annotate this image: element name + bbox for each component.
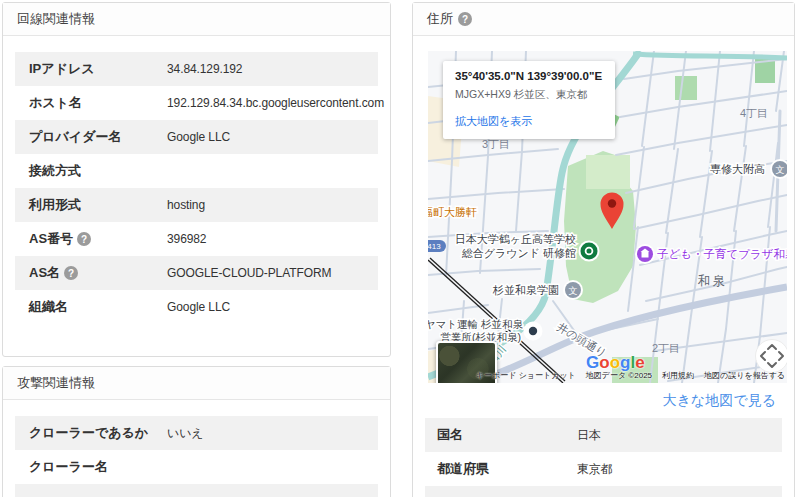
line-info-card-header: 回線関連情報 — [3, 3, 390, 36]
table-row: 接続方式 — [15, 154, 378, 188]
attack-info-card: 攻撃関連情報 クローラーであるか いいえ クローラー名 — [2, 366, 391, 497]
table-row-partial — [425, 486, 782, 497]
route-shield: 413 — [428, 240, 446, 252]
help-icon[interactable]: ? — [64, 266, 78, 280]
row-label: プロバイダー名 — [29, 128, 167, 146]
poi-label: 日本大学鶴ヶ丘高等学校 — [455, 233, 576, 245]
row-label: 利用形式 — [29, 196, 167, 214]
row-value: 日本 — [577, 427, 601, 444]
report-error-link[interactable]: 地図の誤りを報告する — [704, 370, 785, 381]
area-label: 和泉 — [697, 274, 727, 288]
svg-text:413: 413 — [428, 242, 441, 251]
row-value: 396982 — [167, 232, 206, 246]
map-river-branch — [633, 54, 787, 58]
plaza-poi-icon[interactable] — [635, 244, 655, 264]
keyboard-shortcuts-link[interactable]: キーボード ショートカット — [476, 370, 576, 381]
address-card-title: 住所 — [427, 10, 453, 28]
svg-text:文: 文 — [776, 165, 785, 175]
table-row: 都道府県 東京都 — [425, 452, 782, 486]
map-plus-code: MJGX+HX9 杉並区、東京都 — [455, 88, 603, 102]
area-label: 2丁目 — [652, 342, 680, 354]
line-info-card-title: 回線関連情報 — [17, 10, 95, 28]
row-label: 都道府県 — [437, 460, 577, 478]
map-attribution: キーボード ショートカット 地図データ ©2025 利用規約 地図の誤りを報告す… — [476, 370, 785, 381]
table-row: クローラーであるか いいえ — [15, 416, 378, 450]
row-value: Google LLC — [167, 130, 230, 144]
school-poi-icon[interactable] — [579, 241, 600, 262]
table-row-partial — [15, 484, 378, 497]
table-row: 国名 日本 — [425, 418, 782, 452]
row-value: 東京都 — [577, 461, 613, 478]
yamato-poi-icon[interactable] — [524, 322, 543, 341]
area-label: 4丁目 — [740, 107, 768, 119]
poi-label: 専修大附高 — [710, 163, 765, 175]
map-coordinates: 35°40'35.0"N 139°39'00.0"E — [455, 70, 603, 82]
svg-text:文: 文 — [569, 286, 578, 296]
address-card-header: 住所 ? — [413, 3, 794, 36]
row-label: 組織名 — [29, 298, 167, 316]
row-label: ホスト名 — [29, 94, 167, 112]
attack-info-card-header: 攻撃関連情報 — [3, 367, 390, 400]
table-row: ホスト名 192.129.84.34.bc.googleusercontent.… — [15, 86, 378, 120]
poi-label: 杉並和泉学園 — [492, 284, 559, 296]
row-value: Google LLC — [167, 300, 230, 314]
expand-map-link[interactable]: 拡大地図を表示 — [455, 115, 532, 127]
row-label: IPアドレス — [29, 60, 167, 78]
row-value: いいえ — [167, 425, 204, 442]
help-icon[interactable]: ? — [77, 232, 91, 246]
poi-label: ヤマト運輸 杉並和泉 — [428, 318, 523, 330]
row-label: AS番号 ? — [29, 230, 167, 248]
view-larger-map-link[interactable]: 大きな地図で見る — [425, 392, 776, 410]
table-row: 利用形式 hosting — [15, 188, 378, 222]
line-info-table: IPアドレス 34.84.129.192 ホスト名 192.129.84.34.… — [15, 52, 378, 324]
row-value: 34.84.129.192 — [167, 62, 242, 76]
map-info-card: 35°40'35.0"N 139°39'00.0"E MJGX+HX9 杉並区、… — [443, 61, 615, 139]
table-row: クローラー名 — [15, 450, 378, 484]
row-label: 国名 — [437, 426, 577, 444]
row-value: hosting — [167, 198, 205, 212]
map-pan-control[interactable] — [756, 340, 788, 373]
row-value: 192.129.84.34.bc.googleusercontent.com — [167, 96, 384, 110]
row-value: GOOGLE-CLOUD-PLATFORM — [167, 266, 331, 280]
poi-label: 子ども・子育てプラザ和泉 — [657, 248, 787, 260]
poi-label: 福町大勝軒 — [428, 206, 477, 218]
map-green-patch — [675, 76, 697, 100]
map-data-copyright: 地図データ ©2025 — [586, 370, 652, 381]
attack-info-table: クローラーであるか いいえ クローラー名 — [15, 416, 378, 497]
terms-link[interactable]: 利用規約 — [662, 370, 694, 381]
table-row: IPアドレス 34.84.129.192 — [15, 52, 378, 86]
poi-label: 総合グラウンド 研修館 — [462, 247, 576, 259]
row-label: クローラーであるか — [29, 424, 167, 442]
row-label-text: AS番号 — [29, 230, 73, 248]
row-label: クローラー名 — [29, 458, 167, 476]
line-info-card: 回線関連情報 IPアドレス 34.84.129.192 ホスト名 192.129… — [2, 2, 391, 357]
table-row: プロバイダー名 Google LLC — [15, 120, 378, 154]
row-label-text: AS名 — [29, 264, 60, 282]
table-row: 組織名 Google LLC — [15, 290, 378, 324]
google-map-embed[interactable]: 413 — [428, 51, 787, 383]
school-poi-icon[interactable]: 文 — [563, 280, 583, 300]
attack-info-card-title: 攻撃関連情報 — [17, 374, 95, 392]
row-label: AS名 ? — [29, 264, 167, 282]
address-table: 国名 日本 都道府県 東京都 — [425, 418, 782, 497]
table-row: AS番号 ? 396982 — [15, 222, 378, 256]
address-card: 住所 ? — [412, 2, 795, 497]
area-label: 3丁目 — [482, 138, 510, 150]
table-row: AS名 ? GOOGLE-CLOUD-PLATFORM — [15, 256, 378, 290]
help-icon[interactable]: ? — [458, 12, 472, 26]
row-label: 接続方式 — [29, 162, 167, 180]
map-park-light — [586, 155, 630, 189]
